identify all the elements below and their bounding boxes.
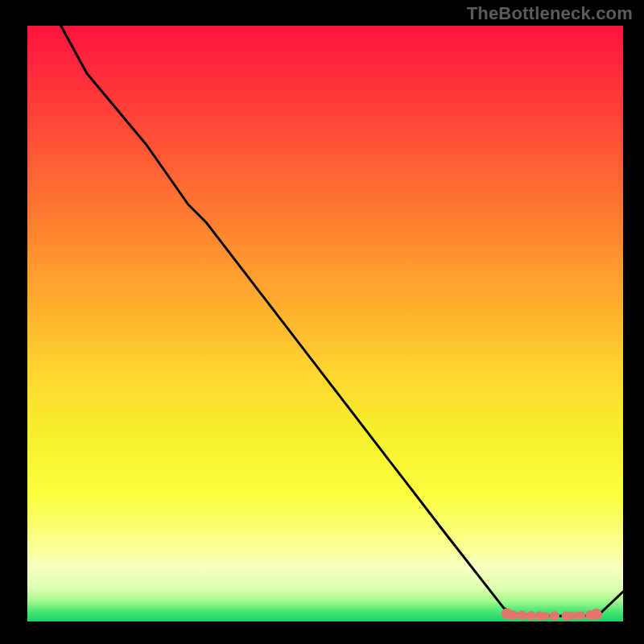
marker-dot [591, 609, 602, 620]
marker-dot [517, 611, 526, 621]
marker-dot [542, 612, 550, 620]
marker-dot [508, 610, 518, 620]
marker-dot [526, 611, 535, 621]
plot-background [27, 26, 623, 621]
bottleneck-chart [0, 0, 644, 644]
marker-dot [550, 611, 559, 621]
marker-dot [577, 612, 585, 620]
